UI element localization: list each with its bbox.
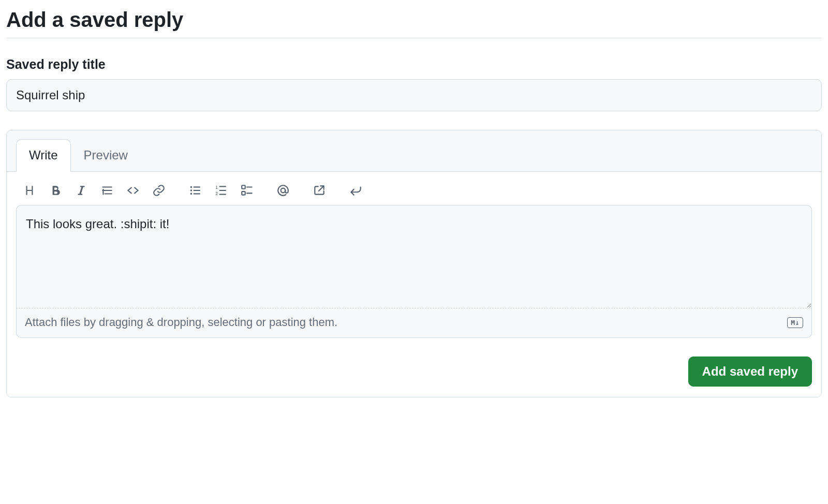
attach-hint-bar[interactable]: Attach files by dragging & dropping, sel… <box>16 308 812 338</box>
svg-point-1 <box>190 189 192 191</box>
body-textarea[interactable] <box>16 205 812 308</box>
svg-text:2: 2 <box>215 191 218 196</box>
markdown-icon[interactable]: M↓ <box>787 317 803 328</box>
svg-point-13 <box>281 188 286 193</box>
svg-point-2 <box>190 193 192 195</box>
editor-tabstrip: Write Preview <box>7 130 821 172</box>
attach-hint-text: Attach files by dragging & dropping, sel… <box>25 316 337 329</box>
link-icon[interactable] <box>147 180 170 201</box>
bold-icon[interactable] <box>44 180 67 201</box>
reply-icon[interactable] <box>344 180 367 201</box>
task-list-icon[interactable] <box>235 180 258 201</box>
svg-rect-11 <box>242 185 245 189</box>
page-title: Add a saved reply <box>6 8 822 38</box>
svg-rect-10 <box>219 194 226 195</box>
svg-point-0 <box>190 186 192 188</box>
code-icon[interactable] <box>122 180 144 201</box>
editor-box: Write Preview 12 <box>6 130 822 397</box>
italic-icon[interactable] <box>70 180 93 201</box>
svg-rect-9 <box>219 190 226 191</box>
mention-icon[interactable] <box>272 180 294 201</box>
quote-icon[interactable] <box>96 180 119 201</box>
tab-write[interactable]: Write <box>16 139 71 172</box>
svg-rect-8 <box>219 186 226 187</box>
svg-rect-3 <box>194 186 200 187</box>
tab-preview[interactable]: Preview <box>71 139 141 172</box>
svg-rect-5 <box>194 193 200 194</box>
svg-text:1: 1 <box>215 185 218 190</box>
ordered-list-icon[interactable]: 12 <box>210 180 232 201</box>
unordered-list-icon[interactable] <box>184 180 206 201</box>
svg-rect-12 <box>242 191 245 195</box>
title-field-label: Saved reply title <box>6 57 822 72</box>
editor-toolbar: 12 <box>7 172 821 205</box>
add-saved-reply-button[interactable]: Add saved reply <box>688 357 812 387</box>
cross-reference-icon[interactable] <box>308 180 331 201</box>
title-input[interactable] <box>6 79 822 111</box>
heading-icon[interactable] <box>18 180 41 201</box>
svg-rect-4 <box>194 190 200 191</box>
